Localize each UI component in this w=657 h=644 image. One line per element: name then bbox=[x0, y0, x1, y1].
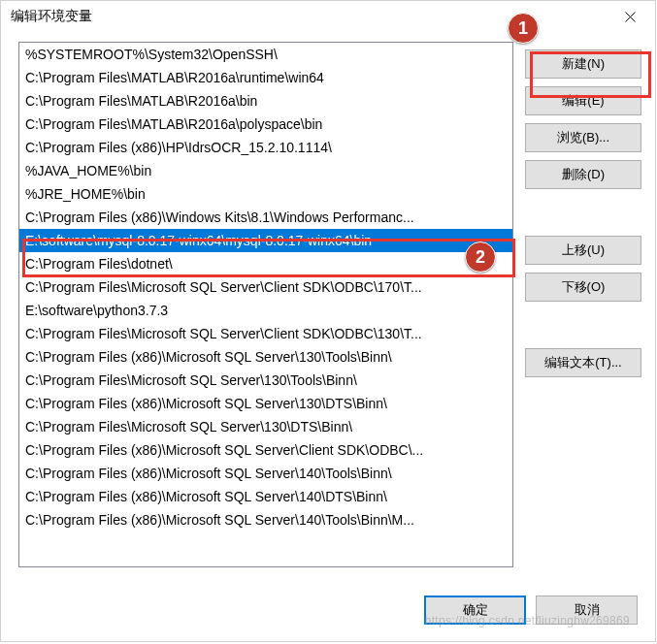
list-item[interactable]: C:\Program Files (x86)\Windows Kits\8.1\… bbox=[19, 206, 512, 229]
list-item[interactable]: %JAVA_HOME%\bin bbox=[19, 159, 512, 182]
edit-text-button[interactable]: 编辑文本(T)... bbox=[525, 348, 641, 377]
move-up-button[interactable]: 上移(U) bbox=[525, 236, 641, 265]
list-item[interactable]: %JRE_HOME%\bin bbox=[19, 182, 512, 206]
env-var-dialog: 编辑环境变量 %SYSTEMROOT%\System32\OpenSSH\C:\… bbox=[0, 0, 656, 642]
list-item[interactable]: C:\Program Files (x86)\Microsoft SQL Ser… bbox=[19, 485, 512, 508]
list-item[interactable]: C:\Program Files (x86)\Microsoft SQL Ser… bbox=[19, 508, 512, 531]
close-icon bbox=[625, 12, 636, 22]
dialog-footer: 确定 取消 bbox=[1, 579, 655, 641]
list-item[interactable]: C:\Program Files\MATLAB\R2016a\bin bbox=[19, 89, 512, 113]
list-item[interactable]: C:\Program Files (x86)\Microsoft SQL Ser… bbox=[19, 438, 512, 462]
list-item[interactable]: C:\Program Files (x86)\HP\IdrsOCR_15.2.1… bbox=[19, 136, 512, 159]
delete-button[interactable]: 删除(D) bbox=[525, 160, 641, 189]
close-button[interactable] bbox=[608, 2, 651, 31]
list-item[interactable]: C:\Program Files\dotnet\ bbox=[19, 252, 512, 275]
ok-button[interactable]: 确定 bbox=[424, 596, 526, 625]
list-item[interactable]: C:\Program Files\MATLAB\R2016a\polyspace… bbox=[19, 113, 512, 136]
list-item[interactable]: C:\Program Files\Microsoft SQL Server\Cl… bbox=[19, 322, 512, 345]
list-wrapper: %SYSTEMROOT%\System32\OpenSSH\C:\Program… bbox=[18, 42, 515, 569]
path-listbox[interactable]: %SYSTEMROOT%\System32\OpenSSH\C:\Program… bbox=[18, 42, 513, 567]
list-item[interactable]: C:\Program Files\MATLAB\R2016a\runtime\w… bbox=[19, 66, 512, 89]
list-item[interactable]: C:\Program Files (x86)\Microsoft SQL Ser… bbox=[19, 345, 512, 369]
titlebar: 编辑环境变量 bbox=[1, 1, 655, 32]
list-item[interactable]: %SYSTEMROOT%\System32\OpenSSH\ bbox=[19, 43, 512, 66]
edit-button[interactable]: 编辑(E) bbox=[525, 86, 641, 115]
content-area: %SYSTEMROOT%\System32\OpenSSH\C:\Program… bbox=[1, 32, 655, 569]
list-item[interactable]: C:\Program Files (x86)\Microsoft SQL Ser… bbox=[19, 392, 512, 415]
list-item[interactable]: E:\software\python3.7.3 bbox=[19, 299, 512, 322]
annotation-badge-2: 2 bbox=[465, 242, 496, 273]
list-item[interactable]: C:\Program Files\Microsoft SQL Server\Cl… bbox=[19, 275, 512, 299]
cancel-button[interactable]: 取消 bbox=[536, 596, 638, 625]
list-item[interactable]: C:\Program Files\Microsoft SQL Server\13… bbox=[19, 415, 512, 438]
list-item[interactable]: C:\Program Files (x86)\Microsoft SQL Ser… bbox=[19, 462, 512, 485]
new-button[interactable]: 新建(N) bbox=[525, 49, 641, 79]
move-down-button[interactable]: 下移(O) bbox=[525, 273, 641, 302]
browse-button[interactable]: 浏览(B)... bbox=[525, 123, 641, 152]
list-item[interactable]: E:\software\mysql-8.0.17-winx64\mysql-8.… bbox=[19, 229, 512, 252]
button-column: 新建(N) 编辑(E) 浏览(B)... 删除(D) 上移(U) 下移(O) 编… bbox=[525, 42, 641, 569]
list-item[interactable]: C:\Program Files\Microsoft SQL Server\13… bbox=[19, 369, 512, 392]
annotation-badge-1: 1 bbox=[508, 13, 539, 44]
